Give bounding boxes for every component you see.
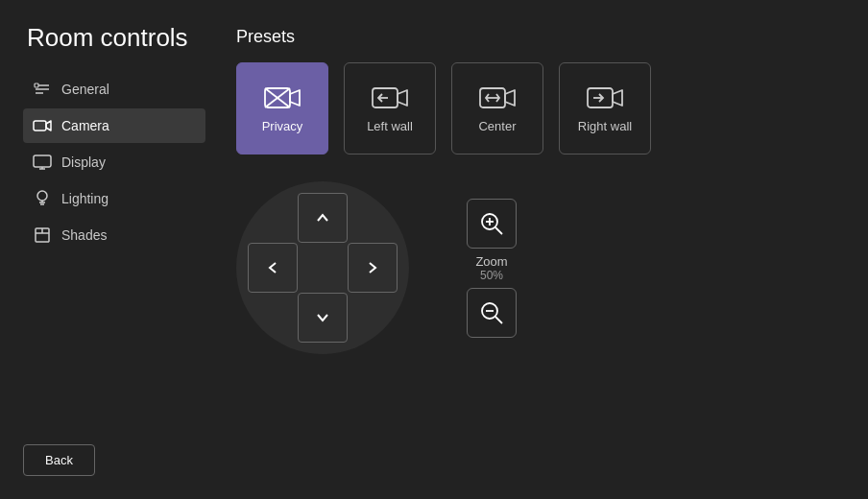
- svg-marker-27: [613, 90, 622, 106]
- preset-left-wall-label: Left wall: [367, 119, 413, 133]
- dpad-center-empty: [298, 243, 348, 293]
- dpad-grid: [248, 193, 398, 343]
- sidebar-item-display-label: Display: [61, 154, 106, 170]
- preset-privacy[interactable]: Privacy: [236, 62, 328, 154]
- zoom-value: 50%: [475, 269, 507, 282]
- sidebar-item-display[interactable]: Display: [23, 145, 205, 179]
- sidebar-item-general-label: General: [61, 82, 109, 97]
- controls-row: Zoom 50%: [236, 181, 837, 354]
- display-icon: [33, 153, 52, 172]
- dpad-empty-tr: [348, 193, 398, 243]
- sidebar-item-shades-label: Shades: [61, 227, 107, 243]
- presets-label: Presets: [236, 27, 837, 47]
- zoom-out-button[interactable]: [467, 288, 517, 338]
- back-button[interactable]: Back: [23, 444, 95, 476]
- svg-rect-4: [34, 121, 46, 131]
- svg-rect-6: [34, 155, 51, 167]
- dpad-empty-bl: [248, 293, 298, 343]
- sidebar-item-lighting[interactable]: Lighting: [23, 181, 205, 216]
- dpad-empty-tl: [248, 193, 298, 243]
- general-icon: [33, 80, 52, 99]
- svg-line-34: [495, 317, 502, 323]
- svg-marker-19: [290, 90, 300, 106]
- preset-center-label: Center: [478, 119, 516, 133]
- sidebar-item-lighting-label: Lighting: [61, 191, 108, 206]
- dpad-up-button[interactable]: [298, 193, 348, 243]
- shades-icon: [33, 226, 52, 245]
- camera-icon: [33, 116, 52, 135]
- svg-point-9: [37, 191, 47, 201]
- dpad-empty-br: [348, 293, 398, 343]
- sidebar-item-camera-label: Camera: [61, 118, 109, 133]
- dpad-left-button[interactable]: [248, 243, 298, 293]
- svg-marker-5: [46, 121, 51, 131]
- svg-line-30: [495, 227, 502, 234]
- presets-row: Privacy Left wall: [236, 62, 837, 154]
- preset-center[interactable]: Center: [451, 62, 543, 154]
- preset-right-wall-label: Right wall: [578, 119, 632, 133]
- preset-privacy-label: Privacy: [262, 119, 303, 133]
- svg-marker-24: [505, 90, 515, 106]
- sidebar-bottom: Back: [23, 444, 205, 476]
- dpad-right-button[interactable]: [348, 243, 398, 293]
- svg-rect-3: [35, 83, 38, 87]
- zoom-controls: Zoom 50%: [467, 199, 517, 338]
- lighting-icon: [33, 189, 52, 208]
- sidebar-item-general[interactable]: General: [23, 72, 205, 107]
- sidebar-item-shades[interactable]: Shades: [23, 218, 205, 252]
- dpad-down-button[interactable]: [298, 293, 348, 343]
- zoom-label: Zoom: [475, 254, 507, 269]
- svg-marker-21: [398, 90, 407, 106]
- sidebar-item-camera[interactable]: Camera: [23, 108, 205, 143]
- sidebar: Room controls General Camera: [23, 23, 205, 476]
- preset-left-wall[interactable]: Left wall: [344, 62, 436, 154]
- dpad-container: [236, 181, 409, 354]
- main-content: Presets Privacy: [205, 23, 868, 476]
- preset-right-wall[interactable]: Right wall: [559, 62, 651, 154]
- zoom-in-button[interactable]: [467, 199, 517, 249]
- page-title: Room controls: [23, 23, 205, 53]
- zoom-label-container: Zoom 50%: [475, 254, 507, 282]
